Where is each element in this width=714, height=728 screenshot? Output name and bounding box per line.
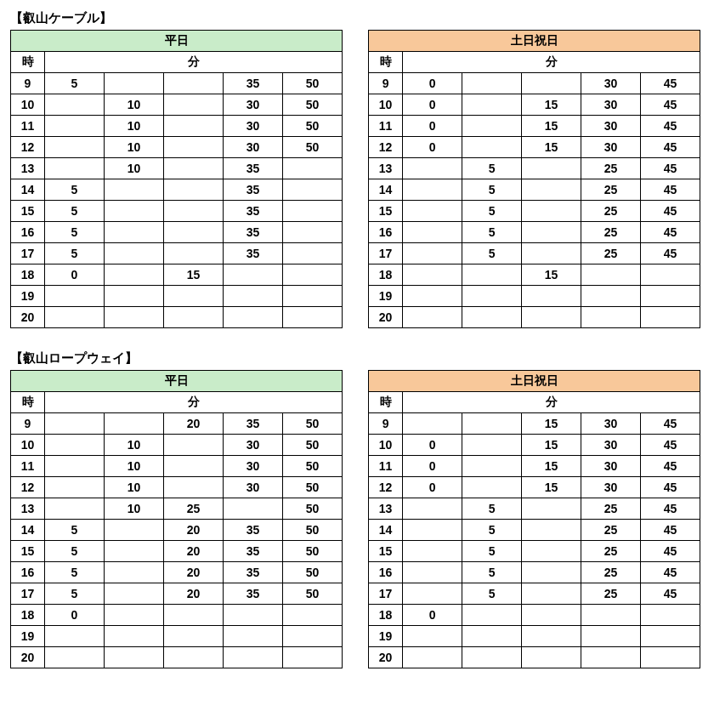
minute-cell <box>522 626 581 647</box>
hour-cell: 9 <box>11 73 45 94</box>
minute-cell <box>462 413 522 435</box>
minute-cell <box>522 647 581 668</box>
minute-cell <box>283 647 343 668</box>
minute-cell <box>462 477 522 498</box>
timetable-section: 【叡山ケーブル】平日時分9535501010305011103050121030… <box>10 10 704 328</box>
minute-cell: 15 <box>522 264 581 286</box>
minute-cell: 5 <box>462 222 522 243</box>
hour-cell: 20 <box>369 307 403 328</box>
minute-cell: 30 <box>581 94 641 116</box>
hour-cell: 11 <box>369 116 403 137</box>
minute-cell <box>45 477 105 498</box>
minute-cell: 50 <box>283 73 343 94</box>
hour-cell: 13 <box>11 498 45 520</box>
minute-cell: 30 <box>581 435 641 456</box>
table-row: 180 <box>369 605 700 626</box>
table-row: 20 <box>11 647 343 668</box>
minute-cell: 35 <box>224 520 283 541</box>
holiday-header: 土日祝日 <box>369 31 700 52</box>
minute-cell <box>522 541 581 562</box>
table-row: 155203550 <box>11 541 343 562</box>
minute-cell: 5 <box>462 179 522 201</box>
table-row: 19 <box>11 626 343 647</box>
minute-cell <box>522 307 581 328</box>
minute-cell: 15 <box>522 456 581 477</box>
minute-cell: 45 <box>641 116 700 137</box>
minute-cell <box>45 137 105 158</box>
minute-cell <box>522 158 581 179</box>
minute-cell: 45 <box>641 562 700 583</box>
minute-cell <box>164 435 224 456</box>
table-row: 110153045 <box>369 456 700 477</box>
minute-cell: 5 <box>462 583 522 605</box>
minute-cell <box>164 73 224 94</box>
hour-cell: 11 <box>369 456 403 477</box>
minute-cell <box>581 307 641 328</box>
minute-cell: 45 <box>641 541 700 562</box>
minute-cell <box>522 201 581 222</box>
minute-cell <box>105 583 164 605</box>
minute-cell <box>105 264 164 286</box>
minute-cell <box>164 137 224 158</box>
minute-cell <box>522 562 581 583</box>
minute-cell: 45 <box>641 498 700 520</box>
minute-cell <box>522 498 581 520</box>
minute-cell: 5 <box>45 179 105 201</box>
minute-cell: 10 <box>105 94 164 116</box>
minute-cell: 50 <box>283 116 343 137</box>
table-row: 180 <box>11 605 343 626</box>
minute-cell <box>45 307 105 328</box>
minute-cell: 5 <box>462 562 522 583</box>
hour-cell: 16 <box>11 562 45 583</box>
minute-cell <box>105 413 164 435</box>
minute-cell <box>105 520 164 541</box>
minute-cell <box>403 201 462 222</box>
minute-cell <box>403 562 462 583</box>
minute-cell: 50 <box>283 562 343 583</box>
hour-cell: 13 <box>11 158 45 179</box>
table-row: 100153045 <box>369 94 700 116</box>
table-row: 11103050 <box>11 456 343 477</box>
minute-cell <box>462 286 522 307</box>
table-row: 19 <box>369 626 700 647</box>
minute-cell <box>164 605 224 626</box>
hour-cell: 13 <box>369 498 403 520</box>
minute-cell <box>164 116 224 137</box>
table-row: 13102550 <box>11 498 343 520</box>
hour-cell: 16 <box>11 222 45 243</box>
table-row: 120153045 <box>369 137 700 158</box>
minute-cell: 5 <box>45 562 105 583</box>
minute-cell: 45 <box>641 73 700 94</box>
minute-cell <box>522 520 581 541</box>
timetable-weekday: 平日時分920355010103050111030501210305013102… <box>10 370 343 668</box>
minute-cell: 45 <box>641 201 700 222</box>
minute-cell: 45 <box>641 583 700 605</box>
minute-cell: 30 <box>224 137 283 158</box>
hour-cell: 14 <box>11 520 45 541</box>
minute-cell: 30 <box>581 456 641 477</box>
minute-cell <box>522 583 581 605</box>
minute-cell: 50 <box>283 477 343 498</box>
minute-cell: 30 <box>581 73 641 94</box>
table-row: 16535 <box>11 222 343 243</box>
minute-cell: 0 <box>403 477 462 498</box>
hour-cell: 19 <box>369 286 403 307</box>
table-row: 18015 <box>11 264 343 286</box>
minute-cell: 45 <box>641 413 700 435</box>
minute-cell: 45 <box>641 158 700 179</box>
minute-cell: 10 <box>105 498 164 520</box>
minute-cell: 35 <box>224 562 283 583</box>
hour-cell: 15 <box>11 201 45 222</box>
minute-cell: 35 <box>224 243 283 264</box>
hour-cell: 20 <box>11 307 45 328</box>
minute-cell <box>105 626 164 647</box>
minute-cell <box>403 264 462 286</box>
minute-cell: 0 <box>45 605 105 626</box>
minute-cell: 0 <box>403 116 462 137</box>
hour-cell: 18 <box>369 264 403 286</box>
minute-cell: 30 <box>581 477 641 498</box>
table-row: 9153045 <box>369 413 700 435</box>
minute-cell <box>45 94 105 116</box>
minute-cell: 5 <box>45 73 105 94</box>
hour-cell: 15 <box>11 541 45 562</box>
